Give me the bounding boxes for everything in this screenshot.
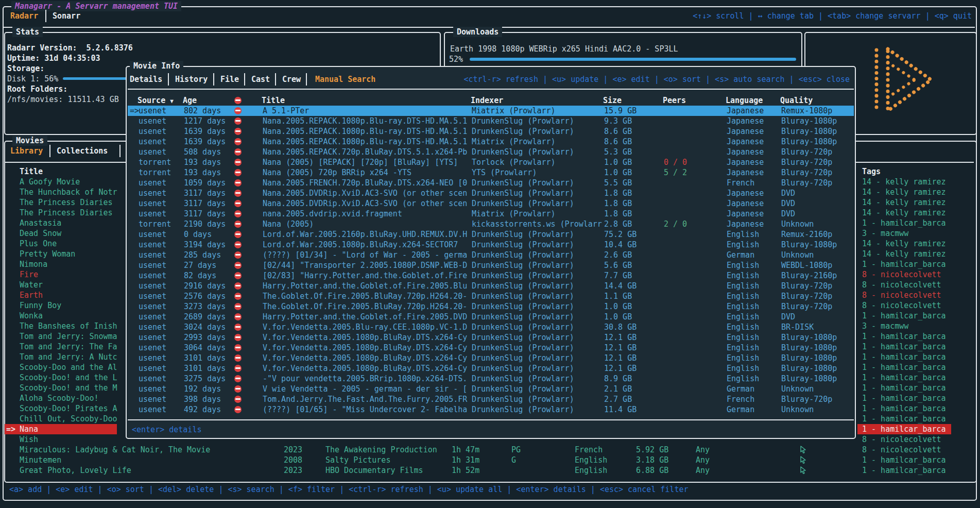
- selected-row-arrow: =>: [6, 424, 15, 434]
- cell-age: 2689 days: [184, 312, 226, 322]
- rejected-icon: [234, 396, 242, 403]
- tab-library[interactable]: Library: [10, 146, 43, 156]
- modal-tab-details[interactable]: Details: [130, 74, 162, 84]
- modal-tab-history[interactable]: History: [175, 74, 208, 84]
- column-age[interactable]: Age: [183, 95, 197, 106]
- search-result-row[interactable]: usenet192 daysV wie Vendetta - 2005 - ge…: [128, 384, 854, 394]
- search-result-row[interactable]: usenet3275 days-"V pour vendetta.2005.BR…: [128, 374, 854, 384]
- cell-title: Nana.2005.REPACK.1080p.Blu-ray.DTS-HD.MA…: [263, 116, 467, 126]
- footer-keybindings: <a> add | <e> edit | <o> sort | <del> de…: [9, 484, 689, 495]
- tab-collections[interactable]: Collections: [57, 146, 108, 156]
- cell-age: 27 days: [184, 260, 216, 270]
- column-title[interactable]: Title: [262, 95, 285, 106]
- cell-indexer: DrunkenSlug (Prowlarr): [472, 291, 574, 301]
- search-result-row[interactable]: usenet3194 daysLord.of.War.2005.1080p.Bl…: [128, 240, 854, 250]
- column-size[interactable]: Size: [603, 95, 622, 106]
- column-quality[interactable]: Quality: [780, 95, 813, 106]
- cell-language: German: [727, 384, 754, 394]
- movie-tag: 8 - nicolecolvett: [862, 434, 941, 445]
- cell-quality: Bluray-1080p: [781, 240, 837, 250]
- search-result-row[interactable]: usenet285 days(????) [01/34] - "Lord of …: [128, 250, 854, 260]
- search-result-row[interactable]: usenet3273 daysThe.Goblet.Of.Fire.2005.B…: [128, 301, 854, 312]
- cell-indexer: kickasstorrents.ws (Prowlarr: [472, 219, 602, 229]
- movie-tag: 1 - hamilcar_barca: [862, 352, 946, 362]
- movie-quality-profile: Any: [696, 445, 710, 455]
- search-result-row[interactable]: usenet2576 daysThe.Goblet.Of.Fire.2005.B…: [128, 291, 854, 301]
- cell-language: English: [727, 363, 759, 374]
- search-result-row[interactable]: usenet508 daysNana.2005.REPACK.720p.BluR…: [128, 147, 854, 157]
- movie-title: Tom and Jerry: A Nutc: [20, 352, 117, 362]
- cell-indexer: DrunkenSlug (Prowlarr): [472, 250, 574, 260]
- cell-quality: WEBDL-1080p: [781, 260, 832, 270]
- search-result-row[interactable]: usenet3117 daysNana.2005.DVDRip.XviD.AC3…: [128, 198, 854, 209]
- cell-indexer: DrunkenSlug (Prowlarr): [472, 301, 574, 312]
- movie-tag: 3 - macmww: [862, 321, 908, 331]
- search-result-row[interactable]: usenet398 daysTom.And.Jerry.The.Fast.And…: [128, 394, 854, 404]
- column-source[interactable]: Source ▼: [137, 95, 174, 107]
- search-result-row[interactable]: usenet0 daysLord.of.War.2005.2160p.BluRa…: [128, 229, 854, 240]
- movie-title: The Hunchback of Notr: [20, 187, 117, 197]
- modal-tab-divider: [213, 73, 214, 86]
- cell-age: 3275 days: [184, 374, 226, 384]
- search-result-row[interactable]: usenet2993 daysV.for.Vendetta.2005.1080p…: [128, 332, 854, 343]
- search-result-row[interactable]: usenet1059 daysNana.2005.FRENCH.720p.Blu…: [128, 178, 854, 188]
- modal-tab-file[interactable]: File: [220, 74, 239, 84]
- cell-language: Japanese: [727, 188, 764, 198]
- search-result-row[interactable]: torrent2190 daysNana (2005)kickasstorren…: [128, 219, 854, 229]
- search-result-row[interactable]: usenet2689 daysHarry.Potter.and.the.Gobl…: [128, 312, 854, 322]
- movie-tag: 1 - hamilcar_barca: [862, 372, 946, 383]
- movie-title: Nana: [20, 424, 38, 434]
- rejected-icon: [234, 313, 242, 320]
- sort-desc-icon: ▼: [170, 98, 174, 105]
- movie-size: 3.18 GB: [636, 455, 668, 465]
- search-result-row[interactable]: usenet27 days[02/44] "Transporter 2.2005…: [128, 260, 854, 270]
- search-result-row[interactable]: usenet1639 daysNana.2005.REPACK.1080p.Bl…: [128, 137, 854, 147]
- movie-tag: 1 - hamilcar_barca: [862, 383, 946, 393]
- search-result-row[interactable]: usenet3101 daysV.for.Vendetta.2005.1080p…: [128, 363, 854, 374]
- movie-size: 6.88 GB: [636, 465, 668, 476]
- movie-title: Dead Snow: [20, 228, 61, 239]
- search-result-row[interactable]: torrent193 daysNana (2005) 720p BRRip x2…: [128, 167, 854, 178]
- monitored-cursor-icon: [800, 446, 806, 456]
- search-result-row[interactable]: usenet3117 daysnana.2005.dvdrip.xvid.fra…: [128, 209, 854, 219]
- movie-list-row[interactable]: Great Photo, Lovely Life1 - hamilcar_bar…: [0, 465, 980, 476]
- movie-list-row[interactable]: Minutemen1 - hamilcar_barca2008Salty Pic…: [0, 455, 980, 465]
- search-result-row[interactable]: usenet1217 daysNana.2005.REPACK.1080p.Bl…: [128, 116, 854, 126]
- search-result-row[interactable]: usenet3117 daysNana.2005.DVDRip.XviD.AC3…: [128, 188, 854, 198]
- column-indexer[interactable]: Indexer: [471, 95, 503, 106]
- search-result-row[interactable]: usenet492 days(????) [01/65] - "Miss Und…: [128, 404, 854, 415]
- cell-age: 1639 days: [184, 137, 226, 147]
- search-result-row[interactable]: usenet82 days[02/83] "Harry.Potter.and.t…: [128, 270, 854, 281]
- search-result-row[interactable]: usenet3024 daysV.for.Vendetta.2005.Blu-r…: [128, 322, 854, 332]
- movie-tag: 1 - hamilcar_barca: [862, 311, 946, 321]
- stats-title: Stats: [12, 27, 43, 37]
- tab-radarr[interactable]: Radarr: [10, 11, 38, 21]
- cell-language: French: [727, 394, 754, 404]
- modal-tab-manual-search[interactable]: Manual Search: [315, 74, 375, 84]
- cell-age: 192 days: [184, 384, 221, 394]
- cell-language: Japanese: [727, 137, 764, 147]
- cell-source: usenet: [139, 147, 166, 157]
- rejected-icon: [234, 210, 242, 217]
- search-result-row[interactable]: torrent193 daysNana (2005) [REPACK] [720…: [128, 157, 854, 167]
- modal-tab-cast[interactable]: Cast: [251, 74, 270, 84]
- search-result-row[interactable]: usenet3064 daysV.for.Vendetta.2005.1080p…: [128, 343, 854, 353]
- search-result-row[interactable]: =>usenet802 daysA 5.1-PTerMiatrix (Prowl…: [128, 106, 854, 116]
- column-language[interactable]: Language: [726, 95, 763, 106]
- tab-sonarr[interactable]: Sonarr: [53, 11, 80, 21]
- movie-list-row[interactable]: Miraculous: Ladybug & Cat Noir, The Movi…: [0, 445, 980, 455]
- column-peers[interactable]: Peers: [663, 95, 686, 106]
- movie-tag: 1 - hamilcar_barca: [862, 362, 946, 372]
- cell-size: 1.1 GB: [604, 291, 632, 301]
- cell-title: -"V pour vendetta.2005.BRrip.1080p.x264-…: [263, 374, 467, 384]
- modal-tab-crew[interactable]: Crew: [282, 74, 301, 84]
- cell-quality: Unknown: [781, 250, 814, 260]
- cell-indexer: DrunkenSlug (Prowlarr): [472, 188, 574, 198]
- cell-indexer: Miatrix (Prowlarr): [472, 137, 556, 147]
- search-result-row[interactable]: usenet1639 daysNana.2005.REPACK.1080p.Bl…: [128, 126, 854, 137]
- search-result-row[interactable]: usenet3101 daysV.for.Vendetta.2005.1080p…: [128, 353, 854, 363]
- cell-indexer: DrunkenSlug (Prowlarr): [472, 229, 574, 240]
- movie-title: Tom and Jerry: Snowma: [20, 331, 117, 342]
- search-result-row[interactable]: usenet2916 daysHarry.Potter.and.the.Gobl…: [128, 281, 854, 291]
- movie-tag: 1 - hamilcar_barca: [862, 331, 946, 342]
